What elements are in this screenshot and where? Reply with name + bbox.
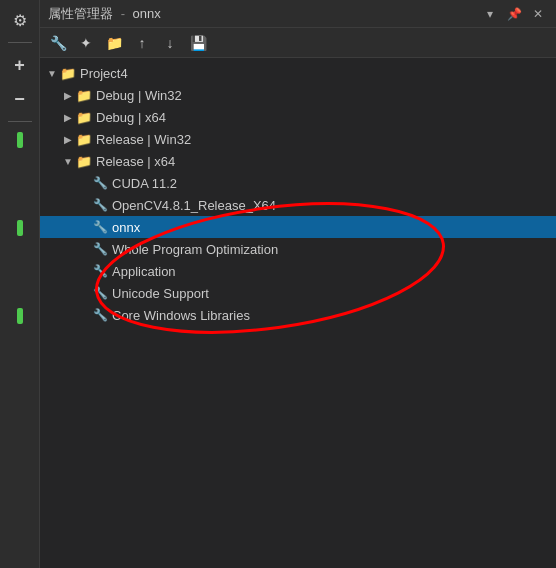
tree-item-cuda[interactable]: 🔧 CUDA 11.2 — [40, 172, 556, 194]
tree-item-opencv[interactable]: 🔧 OpenCV4.8.1_Release_X64 — [40, 194, 556, 216]
expand-debug-x64: ▶ — [60, 109, 76, 125]
tree-label-project4: Project4 — [80, 66, 128, 81]
tree-item-release-win32[interactable]: ▶ 📁 Release | Win32 — [40, 128, 556, 150]
tree-label-debug-win32: Debug | Win32 — [96, 88, 182, 103]
wrench-icon-whole-program: 🔧 — [92, 241, 108, 257]
expand-unicode — [76, 285, 92, 301]
add-icon[interactable]: + — [4, 49, 36, 81]
star-toolbar-btn[interactable]: ✦ — [74, 31, 98, 55]
tree-item-onnx[interactable]: 🔧 onnx — [40, 216, 556, 238]
tree-label-unicode: Unicode Support — [112, 286, 209, 301]
title-controls: ▾ 📌 ✕ — [480, 4, 548, 24]
close-btn[interactable]: ✕ — [528, 4, 548, 24]
down-arrow-btn[interactable]: ↓ — [158, 31, 182, 55]
tree-label-opencv: OpenCV4.8.1_Release_X64 — [112, 198, 276, 213]
folder-icon-debug-x64: 📁 — [76, 109, 92, 125]
tree-label-whole-program: Whole Program Optimization — [112, 242, 278, 257]
wrench-icon-unicode: 🔧 — [92, 285, 108, 301]
folder-icon-release-x64: 📁 — [76, 153, 92, 169]
tree-label-cuda: CUDA 11.2 — [112, 176, 177, 191]
panel-subtitle: onnx — [133, 6, 161, 21]
tree-label-application: Application — [112, 264, 176, 279]
tree-item-unicode[interactable]: 🔧 Unicode Support — [40, 282, 556, 304]
sidebar-divider-1 — [8, 42, 32, 43]
wrench-icon-cuda: 🔧 — [92, 175, 108, 191]
toolbar: 🔧 ✦ 📁 ↑ ↓ 💾 — [40, 28, 556, 58]
tree-content: ▼ 📁 Project4 ▶ 📁 Debug | Win32 ▶ 📁 Debug… — [40, 58, 556, 568]
expand-application — [76, 263, 92, 279]
expand-onnx — [76, 219, 92, 235]
wrench-icon-application: 🔧 — [92, 263, 108, 279]
tree-label-release-win32: Release | Win32 — [96, 132, 191, 147]
wrench-icon-core-windows: 🔧 — [92, 307, 108, 323]
expand-cuda — [76, 175, 92, 191]
expand-release-win32: ▶ — [60, 131, 76, 147]
title-bar: 属性管理器 - onnx ▾ 📌 ✕ — [40, 0, 556, 28]
tree-label-release-x64: Release | x64 — [96, 154, 175, 169]
folder-icon-project4: 📁 — [60, 65, 76, 81]
title-text: 属性管理器 - onnx — [48, 5, 474, 23]
sidebar-divider-2 — [8, 121, 32, 122]
folder-toolbar-btn[interactable]: 📁 — [102, 31, 126, 55]
expand-release-x64: ▼ — [60, 153, 76, 169]
up-arrow-btn[interactable]: ↑ — [130, 31, 154, 55]
folder-icon-release-win32: 📁 — [76, 131, 92, 147]
minus-icon[interactable]: − — [4, 83, 36, 115]
tree-item-application[interactable]: 🔧 Application — [40, 260, 556, 282]
expand-whole-program — [76, 241, 92, 257]
tree-item-debug-win32[interactable]: ▶ 📁 Debug | Win32 — [40, 84, 556, 106]
green-indicator-2 — [17, 220, 23, 236]
expand-core-windows — [76, 307, 92, 323]
tree-label-onnx: onnx — [112, 220, 140, 235]
expand-project4: ▼ — [44, 65, 60, 81]
expand-opencv — [76, 197, 92, 213]
folder-icon-debug-win32: 📁 — [76, 87, 92, 103]
dropdown-arrow-btn[interactable]: ▾ — [480, 4, 500, 24]
expand-debug-win32: ▶ — [60, 87, 76, 103]
wrench-toolbar-btn[interactable]: 🔧 — [46, 31, 70, 55]
tree-item-release-x64[interactable]: ▼ 📁 Release | x64 — [40, 150, 556, 172]
tree-item-project4[interactable]: ▼ 📁 Project4 — [40, 62, 556, 84]
main-panel: 属性管理器 - onnx ▾ 📌 ✕ 🔧 ✦ 📁 ↑ ↓ 💾 ▼ 📁 Proje… — [40, 0, 556, 568]
pin-btn[interactable]: 📌 — [504, 4, 524, 24]
title-separator: - — [121, 6, 129, 21]
settings-icon[interactable]: ⚙ — [4, 4, 36, 36]
wrench-icon-opencv: 🔧 — [92, 197, 108, 213]
green-indicator-3 — [17, 308, 23, 324]
tree-label-core-windows: Core Windows Libraries — [112, 308, 250, 323]
tree-item-whole-program[interactable]: 🔧 Whole Program Optimization — [40, 238, 556, 260]
tree-item-core-windows[interactable]: 🔧 Core Windows Libraries — [40, 304, 556, 326]
save-btn[interactable]: 💾 — [186, 31, 210, 55]
wrench-icon-onnx: 🔧 — [92, 219, 108, 235]
panel-title: 属性管理器 — [48, 6, 113, 21]
green-indicator-1 — [17, 132, 23, 148]
left-sidebar: ⚙ + − — [0, 0, 40, 568]
tree-item-debug-x64[interactable]: ▶ 📁 Debug | x64 — [40, 106, 556, 128]
tree-label-debug-x64: Debug | x64 — [96, 110, 166, 125]
